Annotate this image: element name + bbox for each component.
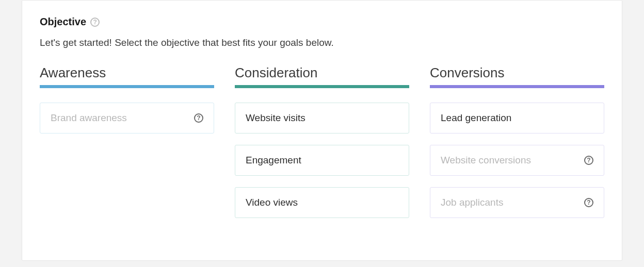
page-title: Objective	[40, 16, 86, 28]
option-label: Lead generation	[441, 112, 511, 124]
option-website-visits[interactable]: Website visits	[235, 103, 409, 134]
option-job-applicants[interactable]: Job applicants ?	[430, 187, 604, 218]
option-label: Brand awareness	[51, 112, 127, 124]
objective-card: Objective ? Let's get started! Select th…	[22, 0, 622, 261]
option-website-conversions[interactable]: Website conversions ?	[430, 145, 604, 176]
column-title-conversions: Conversions	[430, 65, 604, 81]
column-conversions: Conversions Lead generation Website conv…	[430, 65, 604, 229]
option-label: Video views	[246, 197, 298, 208]
option-label: Website visits	[246, 112, 305, 124]
column-bar-consideration	[235, 85, 409, 88]
option-brand-awareness[interactable]: Brand awareness ?	[40, 103, 214, 134]
help-icon[interactable]: ?	[90, 18, 100, 27]
column-title-awareness: Awareness	[40, 65, 214, 81]
option-label: Job applicants	[441, 197, 503, 208]
page-subtitle: Let's get started! Select the objective …	[40, 37, 604, 48]
column-consideration: Consideration Website visits Engagement …	[235, 65, 409, 229]
option-label: Website conversions	[441, 155, 531, 166]
column-bar-conversions	[430, 85, 604, 88]
help-icon[interactable]: ?	[584, 156, 593, 165]
column-bar-awareness	[40, 85, 214, 88]
help-icon[interactable]: ?	[194, 113, 203, 123]
column-awareness: Awareness Brand awareness ?	[40, 65, 214, 229]
column-title-consideration: Consideration	[235, 65, 409, 81]
option-engagement[interactable]: Engagement	[235, 145, 409, 176]
objective-columns: Awareness Brand awareness ? Consideratio…	[40, 65, 604, 229]
option-lead-generation[interactable]: Lead generation	[430, 103, 604, 134]
help-icon[interactable]: ?	[584, 198, 593, 207]
header-row: Objective ?	[40, 16, 604, 28]
option-label: Engagement	[246, 155, 301, 166]
option-video-views[interactable]: Video views	[235, 187, 409, 218]
